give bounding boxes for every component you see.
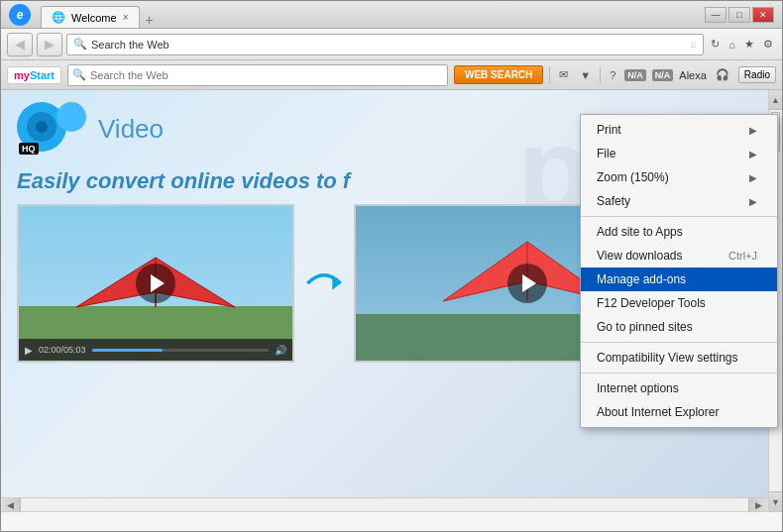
search-input[interactable] — [90, 69, 443, 81]
menu-item-zoom[interactable]: Zoom (150%)▶ — [581, 165, 777, 189]
window-controls: — □ ✕ — [705, 7, 774, 23]
menu-separator — [581, 216, 777, 217]
menu-shortcut-view_downloads: Ctrl+J — [728, 250, 757, 262]
menu-item-f12_tools[interactable]: F12 Developer Tools — [581, 291, 777, 315]
tab-close-btn[interactable]: × — [123, 12, 129, 23]
mystart-logo: myStart — [7, 66, 61, 84]
menu-item-label-file: File — [597, 147, 615, 160]
tab-icon: 🌐 — [52, 11, 65, 24]
menu-item-label-go_pinned: Go to pinned sites — [597, 320, 693, 334]
video-title: Video — [98, 114, 164, 145]
menu-item-go_pinned[interactable]: Go to pinned sites — [581, 315, 777, 339]
camera-inner — [27, 112, 56, 142]
menu-item-label-print: Print — [597, 123, 621, 137]
menu-item-label-compat_view: Compatibility View settings — [597, 351, 738, 365]
tab-welcome[interactable]: 🌐 Welcome × — [41, 6, 140, 28]
menu-separator — [581, 372, 777, 373]
scroll-right-btn[interactable]: ▶ — [748, 498, 768, 511]
menu-item-label-zoom: Zoom (150%) — [597, 170, 669, 184]
search-icon: 🔍 — [73, 38, 87, 51]
browser-window: e 🌐 Welcome × + — □ ✕ ◀ ▶ 🔍 Search the W… — [0, 0, 783, 532]
toolbar-icon-1[interactable]: ▼ — [577, 68, 594, 82]
home-icon[interactable]: ⌂ — [726, 38, 738, 52]
status-bar — [1, 511, 782, 531]
menu-item-file[interactable]: File▶ — [581, 142, 777, 165]
scroll-down-btn[interactable]: ▼ — [769, 491, 782, 511]
menu-item-label-view_downloads: View downloads — [597, 249, 683, 263]
camera-small — [56, 102, 86, 132]
menu-item-print[interactable]: Print▶ — [581, 118, 777, 142]
menu-arrow-safety: ▶ — [749, 196, 757, 207]
email-icon[interactable]: ✉ — [556, 67, 571, 82]
play-triangle-left — [151, 274, 165, 292]
scroll-up-btn[interactable]: ▲ — [769, 90, 782, 110]
alexa-label: Alexa — [679, 69, 707, 81]
new-tab-btn[interactable]: + — [146, 12, 154, 28]
mystart-my: my — [14, 69, 30, 81]
search-box[interactable]: 🔍 — [67, 64, 448, 86]
menu-item-label-internet_options: Internet options — [597, 381, 679, 395]
radio-button[interactable]: Radio — [738, 66, 776, 83]
star-icon[interactable]: ★ — [741, 37, 757, 52]
title-bar-left: e — [9, 4, 31, 26]
camera-lens — [36, 121, 48, 133]
title-bar-tabs: 🌐 Welcome × + — [41, 1, 705, 28]
video-thumb-left: ▶ 02:00/05:03 🔊 — [17, 204, 294, 363]
menu-item-add_site[interactable]: Add site to Apps — [581, 220, 777, 244]
menu-item-about_ie[interactable]: About Internet Explorer — [581, 400, 777, 424]
toolbar-divider-1 — [549, 66, 550, 84]
toolbar-divider-2 — [600, 66, 601, 84]
na-badge-2: N/A — [652, 69, 674, 81]
menu-item-label-f12_tools: F12 Developer Tools — [597, 296, 706, 310]
hq-badge: HQ — [19, 143, 39, 155]
volume-icon-left[interactable]: 🔊 — [275, 345, 286, 356]
menu-item-view_downloads[interactable]: View downloadsCtrl+J — [581, 244, 777, 267]
address-text: Search the Web — [91, 39, 169, 51]
menu-item-internet_options[interactable]: Internet options — [581, 376, 777, 400]
maximize-button[interactable]: □ — [728, 7, 750, 23]
play-ctrl-left[interactable]: ▶ — [25, 345, 33, 356]
settings-icon[interactable]: ⚙ — [760, 37, 776, 52]
progress-bar-left[interactable] — [92, 349, 269, 352]
video-controls-left: ▶ 02:00/05:03 🔊 — [19, 339, 292, 361]
scrollbar-horizontal[interactable]: ◀ ▶ — [1, 497, 768, 511]
close-button[interactable]: ✕ — [752, 7, 774, 23]
scroll-left-btn[interactable]: ◀ — [1, 498, 21, 511]
arrow-connector — [294, 204, 354, 363]
web-search-button[interactable]: WEB SEARCH — [454, 65, 543, 84]
nav-right-icons: ↻ ⌂ ★ ⚙ — [708, 37, 776, 52]
address-bar-container: 🔍 Search the Web ⌕ — [66, 34, 704, 55]
menu-separator — [581, 342, 777, 343]
menu-arrow-file: ▶ — [749, 149, 757, 160]
headphones-icon: 🎧 — [713, 67, 732, 82]
refresh-icon[interactable]: ↻ — [708, 37, 723, 52]
menu-item-manage_addons[interactable]: Manage add-ons — [581, 267, 777, 291]
menu-arrow-zoom: ▶ — [749, 172, 757, 183]
minimize-button[interactable]: — — [705, 7, 727, 23]
context-menu: Print▶File▶Zoom (150%)▶Safety▶Add site t… — [580, 114, 778, 428]
toolbar-icon-2[interactable]: ? — [607, 68, 618, 82]
ie-logo: e — [9, 4, 31, 26]
menu-item-compat_view[interactable]: Compatibility View settings — [581, 346, 777, 370]
tab-label: Welcome — [71, 12, 117, 24]
time-display-left: 02:00/05:03 — [39, 345, 86, 355]
menu-item-label-add_site: Add site to Apps — [597, 225, 683, 239]
address-bar[interactable]: 🔍 Search the Web ⌕ — [66, 34, 704, 55]
menu-item-safety[interactable]: Safety▶ — [581, 189, 777, 213]
toolbar: myStart 🔍 WEB SEARCH ✉ ▼ ? N/A N/A Alexa… — [1, 60, 782, 90]
search-box-icon: 🔍 — [72, 68, 86, 81]
camera-hq-container: HQ — [17, 102, 86, 157]
play-triangle-right — [522, 274, 536, 292]
play-btn-right[interactable] — [507, 264, 547, 303]
back-button[interactable]: ◀ — [7, 33, 33, 56]
menu-arrow-print: ▶ — [749, 125, 757, 136]
na-badge-1: N/A — [624, 69, 646, 81]
mystart-start: Start — [30, 69, 55, 81]
menu-item-label-manage_addons: Manage add-ons — [597, 272, 686, 286]
address-bar-magnify: ⌕ — [691, 39, 697, 50]
title-bar: e 🌐 Welcome × + — □ ✕ — [1, 1, 782, 29]
menu-item-label-safety: Safety — [597, 194, 630, 208]
nav-bar: ◀ ▶ 🔍 Search the Web ⌕ ↻ ⌂ ★ ⚙ — [1, 29, 782, 60]
forward-button[interactable]: ▶ — [37, 33, 62, 56]
play-btn-left[interactable] — [136, 264, 175, 303]
